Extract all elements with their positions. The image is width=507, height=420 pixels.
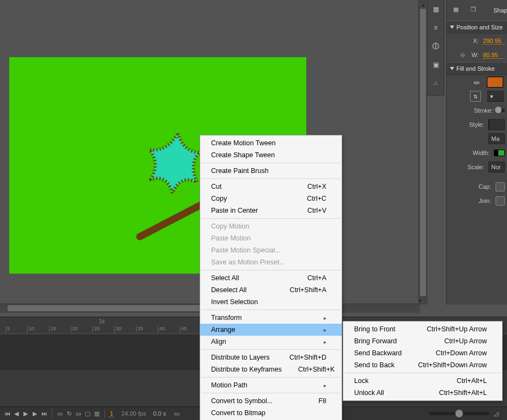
menu-item[interactable]: Convert to Symbol...F8 [200, 395, 342, 407]
svg-line-0 [140, 201, 208, 237]
section-position-size[interactable]: Position and Size [447, 21, 507, 34]
menu-item[interactable]: Transform [200, 312, 342, 324]
menu-item: Paste Motion Special... [200, 244, 342, 256]
center-frame-icon[interactable]: ▭ [56, 410, 64, 417]
last-frame-button[interactable]: ⏭ [40, 410, 48, 417]
scale-dropdown[interactable]: Nor [489, 162, 505, 172]
brush-icon[interactable]: ∴ [428, 74, 444, 92]
menu-item[interactable]: Bring ForwardCtrl+Up Arrow [343, 335, 502, 347]
current-frame[interactable]: 1 [109, 410, 114, 417]
style-label: Style: [469, 121, 484, 128]
style-dropdown[interactable] [489, 119, 505, 130]
prev-frame-button[interactable]: ◀ [13, 410, 20, 417]
zoom-scale-icon[interactable]: ◿ [494, 410, 504, 417]
cap-label: Cap: [479, 183, 491, 190]
timeline-tick: 5 [5, 326, 10, 332]
stroke-slider[interactable] [497, 109, 505, 112]
properties-panel: ▦ ❐ Shape Position and Size X: 290.95 ⊖ … [446, 0, 507, 305]
menu-item[interactable]: LockCtrl+Alt+L [343, 375, 502, 387]
link-wh-icon[interactable]: ⊖ [460, 52, 465, 59]
timeline-tick: 40 [158, 326, 165, 332]
menu-item[interactable]: Motion Path [200, 379, 342, 391]
timeline-tick: 10 [27, 326, 34, 332]
loop-icon[interactable]: ↻ [65, 410, 73, 417]
context-menu[interactable]: Create Motion TweenCreate Shape TweenCre… [200, 135, 342, 420]
menu-item[interactable]: Align [200, 336, 342, 348]
menu-item[interactable]: Distribute to LayersCtrl+Shift+D [200, 351, 342, 363]
x-value[interactable]: 290.95 [483, 38, 505, 45]
arrange-submenu[interactable]: Bring to FrontCtrl+Shift+Up ArrowBring F… [343, 321, 503, 401]
align-icon[interactable]: ≡ [428, 18, 444, 37]
join-label: Join: [479, 197, 491, 204]
menu-item[interactable]: Deselect AllCtrl+Shift+A [200, 284, 342, 296]
timeline-tick: 15 [49, 326, 56, 332]
timeline-tick: 45 [180, 326, 187, 332]
first-frame-button[interactable]: ⏮ [3, 410, 11, 417]
scale-label: Scale: [467, 164, 484, 170]
menu-item[interactable]: Send BackwardCtrl+Down Arrow [343, 347, 502, 359]
width-label: Width: [473, 150, 490, 156]
style-manage-button[interactable]: Ma [489, 133, 505, 144]
menu-item[interactable]: Send to BackCtrl+Shift+Down Arrow [343, 359, 502, 371]
stage-vscroll[interactable]: ▴ ▾ [418, 0, 428, 305]
transform-icon[interactable]: ▣ [428, 55, 444, 74]
stroke-color-icon[interactable] [472, 78, 481, 87]
span-based-icon[interactable]: ▭ [173, 410, 181, 417]
menu-item: Paste Motion [200, 232, 342, 244]
grid-small-icon[interactable]: ▦ [453, 6, 459, 15]
shape-label: Shape [493, 7, 507, 14]
shape-icon[interactable]: ❐ [471, 6, 476, 15]
menu-item: Save as Motion Preset... [200, 256, 342, 268]
menu-item[interactable]: CutCtrl+X [200, 181, 342, 193]
stroke-label: Stroke: [474, 107, 493, 114]
timeline-tick: 30 [114, 326, 121, 332]
onion-outline-icon[interactable]: ▢ [84, 410, 91, 417]
x-label: X: [473, 38, 479, 44]
menu-item[interactable]: Convert to Bitmap [200, 407, 342, 419]
fps-display[interactable]: 24.00 fps [121, 410, 146, 417]
w-value[interactable]: 80.95 [483, 52, 505, 59]
onion-skin-icon[interactable]: ▭ [75, 410, 82, 417]
menu-item[interactable]: Bring to FrontCtrl+Shift+Up Arrow [343, 323, 502, 335]
w-label: W: [472, 52, 479, 58]
timeline-seconds-mark: 1s [99, 318, 105, 324]
menu-item[interactable]: Create Shape Tween [200, 149, 342, 161]
color-options[interactable]: ▾ [487, 91, 504, 102]
info-icon[interactable]: ⓘ [428, 37, 444, 55]
menu-item[interactable]: Create Paint Brush [200, 165, 342, 177]
menu-item[interactable]: Distribute to KeyframesCtrl+Shift+K [200, 363, 342, 375]
timeline-tick: 20 [71, 326, 78, 332]
scrollbar-thumb[interactable] [420, 9, 426, 296]
grid-icon[interactable]: ▦ [428, 0, 444, 18]
width-profile[interactable] [494, 150, 505, 156]
menu-item[interactable]: Arrange [200, 324, 342, 336]
next-frame-button[interactable]: ▶ [31, 410, 39, 417]
menu-item[interactable]: Select AllCtrl+A [200, 272, 342, 284]
timeline-tick: 35 [136, 326, 143, 332]
menu-item[interactable]: Invert Selection [200, 296, 342, 308]
join-option[interactable] [496, 196, 505, 206]
menu-item[interactable]: Create Motion Tween [200, 137, 342, 149]
swap-colors-icon[interactable]: ⇅ [470, 91, 481, 102]
menu-item: Copy Motion [200, 220, 342, 232]
timeline-zoom-slider[interactable] [429, 412, 489, 415]
edit-multiple-icon[interactable]: ▥ [93, 410, 101, 417]
section-fill-stroke[interactable]: Fill and Stroke [447, 62, 507, 75]
menu-item[interactable]: Unlock AllCtrl+Shift+Alt+L [343, 387, 502, 399]
timeline-tick: 25 [92, 326, 100, 332]
cap-option[interactable] [496, 182, 505, 192]
menu-item[interactable]: Paste in CenterCtrl+V [200, 205, 342, 217]
tool-strip: ▦ ≡ ⓘ ▣ ∴ [427, 0, 444, 96]
stroke-color-swatch[interactable] [487, 77, 503, 88]
menu-item[interactable]: CopyCtrl+C [200, 193, 342, 205]
play-button[interactable]: ▶ [22, 410, 29, 417]
elapsed-display: 0.0 s [153, 410, 166, 417]
